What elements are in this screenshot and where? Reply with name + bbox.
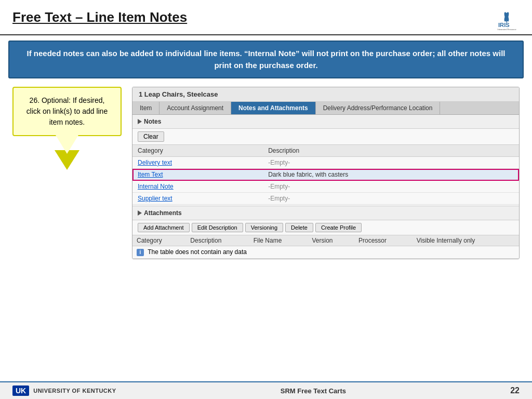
notes-expand-icon xyxy=(138,119,142,124)
supplier-text-link[interactable]: Supplier text xyxy=(138,195,172,202)
table-row-highlighted: Item Text Dark blue fabric, with casters xyxy=(132,169,519,181)
attach-col-filename: File Name xyxy=(249,235,308,246)
delete-button[interactable]: Delete xyxy=(285,223,313,232)
row-description-item-text: Dark blue fabric, with casters xyxy=(263,169,519,181)
callout-step: 26. xyxy=(30,96,39,104)
clear-button[interactable]: Clear xyxy=(138,131,164,142)
attach-col-category: Category xyxy=(132,235,186,246)
uk-acronym: UK xyxy=(12,385,29,396)
clear-button-container: Clear xyxy=(132,129,519,144)
table-row: Supplier text -Empty- xyxy=(132,193,519,205)
tab-delivery-address[interactable]: Delivery Address/Performance Location xyxy=(316,102,441,114)
row-description-internal: -Empty- xyxy=(263,181,519,193)
svg-text:IRIS: IRIS xyxy=(498,22,510,28)
line-item-header: 1 Leap Chairs, Steelcase xyxy=(132,87,519,102)
iris-logo-icon: IRIS Integrated Resource xyxy=(494,9,520,30)
page-footer: UK University of Kentucky SRM Free Text … xyxy=(0,381,532,399)
footer-title: SRM Free Text Carts xyxy=(281,387,346,395)
col-description: Description xyxy=(263,145,519,157)
create-profile-button[interactable]: Create Profile xyxy=(315,223,362,232)
callout-box: 26. Optional: If desired, click on link(… xyxy=(12,87,122,136)
tab-bar: Item Account Assignment Notes and Attach… xyxy=(132,102,519,115)
row-description-supplier: -Empty- xyxy=(263,193,519,205)
notes-section-label: Notes xyxy=(144,118,161,125)
banner-text: If needed notes can also be added to ind… xyxy=(27,49,506,70)
iris-logo: IRIS Integrated Resource xyxy=(494,9,520,30)
internal-note-link[interactable]: Internal Note xyxy=(138,183,174,190)
row-category: Delivery text xyxy=(132,157,263,169)
attachments-table: Category Description File Name Version P… xyxy=(132,235,519,259)
page-title: Free Text – Line Item Notes xyxy=(12,9,187,25)
attachments-section-header: Attachments xyxy=(132,206,519,220)
empty-text-label: The table does not contain any data xyxy=(148,248,247,256)
attachments-section-label: Attachments xyxy=(144,209,182,217)
row-category-item-text: Item Text xyxy=(132,169,263,181)
attach-empty-message: i The table does not contain any data xyxy=(132,246,519,259)
add-attachment-button[interactable]: Add Attachment xyxy=(138,223,190,232)
info-banner: If needed notes can also be added to ind… xyxy=(8,41,524,78)
row-category-supplier: Supplier text xyxy=(132,193,263,205)
table-row: Delivery text -Empty- xyxy=(132,157,519,169)
attach-col-description: Description xyxy=(186,235,249,246)
line-item-label: 1 Leap Chairs, Steelcase xyxy=(139,90,218,98)
delivery-text-link[interactable]: Delivery text xyxy=(138,159,172,166)
university-logo: UK University of Kentucky xyxy=(12,385,116,396)
attach-empty-row: i The table does not contain any data xyxy=(132,246,519,259)
notes-section-header: Notes xyxy=(132,115,519,129)
attach-col-visible: Visible Internally only xyxy=(413,235,519,246)
tab-notes-attachments[interactable]: Notes and Attachments xyxy=(231,102,316,114)
row-description: -Empty- xyxy=(263,157,519,169)
versioning-button[interactable]: Versioning xyxy=(245,223,283,232)
sap-panel: 1 Leap Chairs, Steelcase Item Account As… xyxy=(132,87,520,259)
page-number: 22 xyxy=(510,386,520,395)
info-icon: i xyxy=(137,249,144,256)
attachments-expand-icon xyxy=(138,210,142,216)
svg-text:Integrated Resource: Integrated Resource xyxy=(497,28,516,30)
col-category: Category xyxy=(132,145,263,157)
page-header: Free Text – Line Item Notes IRIS Integra… xyxy=(0,0,532,35)
main-content: 26. Optional: If desired, click on link(… xyxy=(0,78,532,268)
attach-col-version: Version xyxy=(308,235,354,246)
attachments-section: Attachments Add Attachment Edit Descript… xyxy=(132,206,519,259)
table-row: Internal Note -Empty- xyxy=(132,181,519,193)
tab-account-assignment[interactable]: Account Assignment xyxy=(159,102,231,114)
notes-table: Category Description Delivery text -Empt… xyxy=(132,144,519,205)
attach-col-processor: Processor xyxy=(354,235,413,246)
university-name: University of Kentucky xyxy=(33,388,116,394)
tab-item[interactable]: Item xyxy=(132,102,159,114)
edit-description-button[interactable]: Edit Description xyxy=(192,223,243,232)
attachment-buttons-bar: Add Attachment Edit Description Versioni… xyxy=(132,220,519,235)
item-text-link[interactable]: Item Text xyxy=(138,171,163,178)
row-category-internal: Internal Note xyxy=(132,181,263,193)
